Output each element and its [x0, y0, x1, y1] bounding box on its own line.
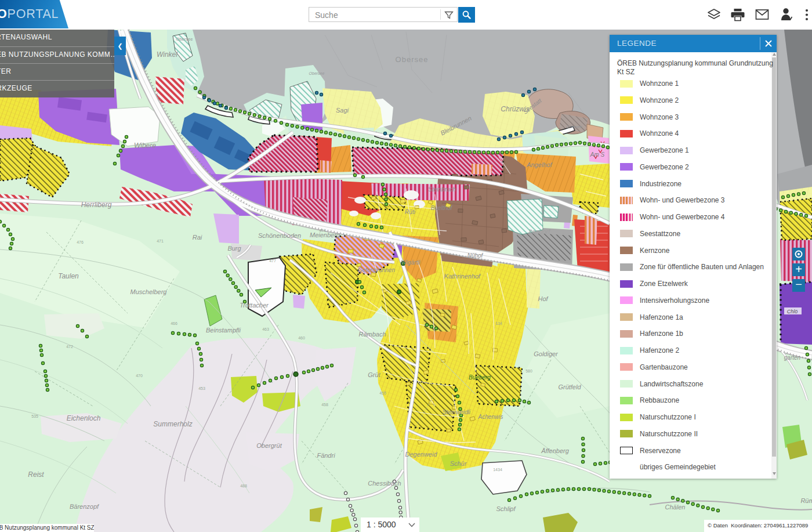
svg-text:580: 580 [525, 369, 532, 373]
svg-text:Rüti: Rüti [405, 209, 416, 215]
svg-text:1434: 1434 [493, 468, 502, 472]
svg-text:472: 472 [66, 345, 73, 349]
svg-text:Chälen: Chälen [665, 504, 686, 511]
svg-text:Muschelberg: Muschelberg [130, 288, 168, 295]
svg-text:Rüm: Rüm [800, 497, 812, 504]
svg-text:488: 488 [240, 484, 247, 488]
svg-text:453: 453 [198, 386, 205, 390]
svg-text:Steinbruch: Steinbruch [428, 186, 456, 193]
svg-text:Steinweidli: Steinweidli [443, 409, 471, 415]
svg-text:Angelhof: Angelhof [526, 161, 552, 168]
svg-text:471: 471 [157, 239, 164, 243]
svg-text:Fändri: Fändri [317, 452, 335, 459]
svg-text:Grütfeld: Grütfeld [558, 383, 581, 390]
svg-text:Goldiger: Goldiger [534, 350, 559, 357]
svg-text:Trottacher: Trottacher [240, 302, 269, 309]
svg-text:134: 134 [495, 321, 502, 325]
svg-text:Obersee: Obersee [176, 37, 193, 42]
svg-text:Rämbach: Rämbach [358, 331, 386, 338]
svg-text:476: 476 [77, 240, 84, 244]
svg-text:Nühof: Nühof [467, 252, 484, 259]
svg-text:Chessibach: Chessibach [368, 480, 401, 487]
svg-text:Getenbrunnen: Getenbrunnen [358, 267, 395, 273]
svg-text:458: 458 [321, 403, 328, 407]
svg-text:Burg: Burg [227, 245, 241, 252]
svg-text:460: 460 [298, 336, 305, 340]
svg-text:466: 466 [171, 321, 177, 325]
svg-text:Chlö: Chlö [787, 309, 798, 314]
svg-text:Obergrüt: Obergrüt [256, 442, 282, 449]
svg-text:Äffenberg: Äffenberg [541, 447, 570, 454]
svg-text:Bärenzopf: Bärenzopf [70, 503, 99, 510]
svg-text:garten: garten [784, 354, 801, 361]
svg-text:Winkel: Winkel [157, 50, 177, 59]
svg-text:Obersee: Obersee [567, 125, 582, 129]
svg-text:Wigärtli: Wigärtli [401, 259, 420, 266]
svg-text:Kathrinenhof: Kathrinenhof [444, 273, 481, 280]
svg-text:Hof: Hof [538, 295, 548, 302]
svg-text:470: 470 [136, 374, 143, 378]
svg-text:Achenwis: Achenwis [478, 414, 503, 420]
svg-text:477: 477 [269, 259, 276, 263]
svg-text:Taulen: Taulen [58, 272, 79, 280]
svg-text:Bueberg: Bueberg [469, 374, 491, 381]
svg-text:Reist: Reist [28, 471, 44, 479]
svg-text:Am S: Am S [590, 151, 605, 158]
svg-text:535: 535 [31, 414, 38, 418]
svg-text:Obersee: Obersee [309, 71, 325, 75]
svg-text:463: 463 [262, 327, 269, 331]
svg-text:455: 455 [379, 391, 386, 395]
svg-text:Sagi: Sagi [336, 107, 349, 114]
svg-text:Schönenboden: Schönenboden [258, 232, 301, 239]
svg-text:Grüt: Grüt [368, 371, 380, 378]
svg-text:Wibere: Wibere [134, 142, 156, 150]
svg-text:Schür: Schür [450, 460, 467, 467]
svg-text:ltendorf: ltendorf [529, 228, 551, 235]
svg-text:Beinstampfli: Beinstampfli [206, 327, 241, 334]
svg-text:Schlipf: Schlipf [496, 505, 516, 512]
svg-text:Degenweid: Degenweid [405, 451, 437, 458]
svg-text:Eichenloch: Eichenloch [67, 414, 101, 422]
svg-text:474: 474 [319, 229, 326, 233]
svg-text:Herrliberg: Herrliberg [81, 201, 112, 209]
svg-text:Obersee: Obersee [396, 55, 429, 64]
svg-text:Summerholz: Summerholz [153, 420, 192, 428]
svg-text:Buelthof: Buelthof [431, 205, 453, 211]
svg-text:Rai: Rai [193, 234, 202, 241]
